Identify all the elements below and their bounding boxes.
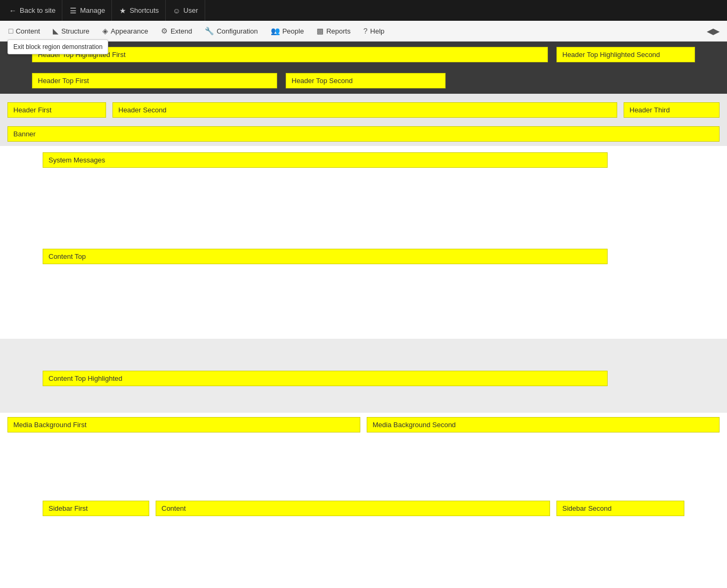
sidebar-second-region[interactable]: Sidebar Second xyxy=(556,501,684,516)
header-second-region[interactable]: Header Second xyxy=(112,102,617,118)
system-messages-region[interactable]: System Messages xyxy=(43,152,608,168)
nav-appearance[interactable]: ◈ Appearance xyxy=(96,21,155,41)
header-top-first-region[interactable]: Header Top First xyxy=(32,73,277,88)
content-top-highlighted-area: Content Top Highlighted xyxy=(0,371,727,386)
header-top-highlighted-second-region[interactable]: Header Top Highlighted Second xyxy=(556,47,695,62)
admin-toolbar: ← Back to site ☰ Manage ★ Shortcuts ☺ Us… xyxy=(0,0,727,21)
header-first-region[interactable]: Header First xyxy=(7,102,106,118)
extend-icon: ⚙ xyxy=(161,27,168,35)
banner-row: Banner xyxy=(0,126,727,146)
appearance-icon: ◈ xyxy=(102,27,108,35)
sidebar-first-region[interactable]: Sidebar First xyxy=(43,501,149,516)
header-top-highlighted-row: Header Top Highlighted First Header Top … xyxy=(0,42,727,68)
shortcuts-button[interactable]: ★ Shortcuts xyxy=(112,0,166,21)
header-main-row: Header First Header Second Header Third xyxy=(0,94,727,126)
exit-tooltip[interactable]: Exit block region demonstration xyxy=(7,39,108,54)
help-icon: ? xyxy=(364,27,368,35)
system-messages-area: System Messages xyxy=(0,146,727,168)
header-top-row: Header Top First Header Top Second xyxy=(0,68,727,94)
content-area-3 xyxy=(0,437,727,501)
content-top-highlighted-region[interactable]: Content Top Highlighted xyxy=(43,371,608,386)
back-to-site-button[interactable]: ← Back to site xyxy=(4,0,62,21)
star-icon: ★ xyxy=(118,6,127,15)
content-icon: □ xyxy=(9,27,13,35)
nav-configuration[interactable]: 🔧 Configuration xyxy=(198,21,264,41)
nav-content[interactable]: □ Content xyxy=(2,21,46,41)
people-icon: 👥 xyxy=(271,27,280,35)
content-area-1 xyxy=(0,168,727,242)
config-icon: 🔧 xyxy=(205,27,214,35)
menu-icon: ☰ xyxy=(69,6,77,15)
main-content: Header Top Highlighted First Header Top … xyxy=(0,42,727,527)
media-background-row: Media Background First Media Background … xyxy=(0,413,727,437)
nav-right-controls: ◀▶ xyxy=(701,26,725,36)
nav-reports[interactable]: ▩ Reports xyxy=(310,21,357,41)
manage-button[interactable]: ☰ Manage xyxy=(62,0,112,21)
back-icon: ← xyxy=(9,6,17,15)
banner-region[interactable]: Banner xyxy=(7,126,720,142)
nav-arrows[interactable]: ◀▶ xyxy=(701,26,725,36)
gray-section-bottom xyxy=(0,386,727,413)
structure-icon: ◣ xyxy=(53,27,59,35)
reports-icon: ▩ xyxy=(317,27,324,35)
nav-structure[interactable]: ◣ Structure xyxy=(46,21,96,41)
content-region[interactable]: Content xyxy=(156,501,550,516)
gray-section xyxy=(0,339,727,371)
media-background-first-region[interactable]: Media Background First xyxy=(7,417,360,432)
media-background-second-region[interactable]: Media Background Second xyxy=(367,417,720,432)
sidebar-content-row: Sidebar First Content Sidebar Second xyxy=(0,501,727,527)
header-top-highlighted-first-region[interactable]: Header Top Highlighted First xyxy=(32,47,548,62)
nav-help[interactable]: ? Help xyxy=(357,21,391,41)
nav-extend[interactable]: ⚙ Extend xyxy=(155,21,198,41)
user-button[interactable]: ☺ User xyxy=(166,0,205,21)
header-third-region[interactable]: Header Third xyxy=(624,102,720,118)
secondary-nav: □ Content ◣ Structure ◈ Appearance ⚙ Ext… xyxy=(0,21,727,42)
content-top-region[interactable]: Content Top xyxy=(43,249,608,264)
user-icon: ☺ xyxy=(172,6,181,15)
content-top-area: Content Top xyxy=(0,242,727,264)
nav-people[interactable]: 👥 People xyxy=(264,21,310,41)
header-top-second-region[interactable]: Header Top Second xyxy=(286,73,446,88)
content-area-2 xyxy=(0,264,727,339)
